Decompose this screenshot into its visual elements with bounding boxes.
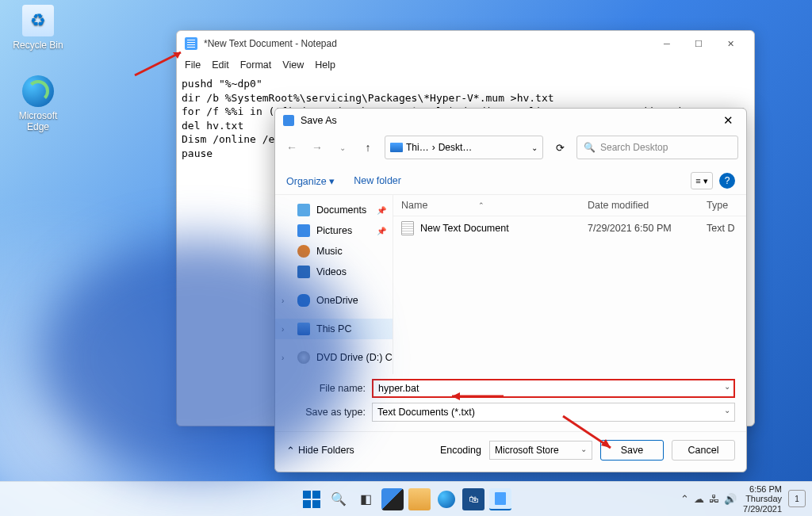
address-breadcrumb[interactable]: Thi… › Deskt… ⌄ (385, 136, 543, 159)
encoding-label: Encoding (440, 445, 481, 456)
file-list: Name⌃ Date modified Type New Text Docume… (393, 195, 746, 374)
file-explorer-button[interactable] (408, 488, 431, 510)
network-icon[interactable]: 🖧 (709, 493, 719, 505)
file-row[interactable]: New Text Document 7/29/2021 6:50 PM Text… (393, 216, 746, 240)
sidebar-item-onedrive[interactable]: ›OneDrive (275, 290, 393, 311)
saveas-close-button[interactable]: ✕ (718, 112, 738, 129)
sidebar-item-pictures[interactable]: Pictures📌 (275, 220, 393, 241)
clock-day: Thursday (743, 494, 782, 504)
taskbar: 🔍 ◧ 🛍 ⌃ ☁ 🖧 🔊 6:56 PM Thursday 7/29/2021… (0, 481, 812, 516)
view-options-button[interactable]: ≡ ▾ (691, 172, 713, 189)
onedrive-tray-icon[interactable]: ☁ (694, 493, 704, 505)
menu-edit[interactable]: Edit (212, 59, 229, 71)
nav-forward-button[interactable]: → (308, 141, 326, 154)
saveas-icon (283, 115, 294, 126)
saveas-title: Save As (301, 115, 337, 126)
dvd-icon (297, 351, 310, 364)
clock-time: 6:56 PM (743, 484, 782, 495)
filename-input[interactable] (372, 379, 735, 398)
chevron-right-icon[interactable]: › (282, 354, 284, 362)
file-name: New Text Document (420, 223, 509, 234)
minimize-button[interactable]: ─ (651, 32, 683, 55)
desktop-icon-recycle-bin[interactable]: Recycle Bin (8, 5, 68, 51)
organize-button[interactable]: Organize ▾ (286, 175, 335, 187)
maximize-button[interactable]: ☐ (683, 32, 714, 55)
notifications-button[interactable]: 1 (788, 490, 806, 507)
chevron-right-icon[interactable]: › (282, 325, 284, 334)
sidebar-item-documents[interactable]: Documents📌 (275, 200, 393, 220)
sidebar-item-thispc[interactable]: ›This PC (275, 319, 393, 339)
saveastype-label: Save as type: (286, 407, 372, 418)
nav-recent-button[interactable]: ⌄ (334, 143, 351, 152)
refresh-button[interactable]: ⟳ (551, 142, 569, 154)
menu-format[interactable]: Format (240, 59, 272, 71)
breadcrumb-seg1[interactable]: Thi… (406, 142, 429, 153)
edge-label: Microsoft Edge (8, 110, 68, 132)
taskbar-right: ⌃ ☁ 🖧 🔊 6:56 PM Thursday 7/29/2021 1 (680, 484, 806, 514)
file-date: 7/29/2021 6:50 PM (588, 223, 707, 234)
column-date[interactable]: Date modified (588, 200, 707, 211)
onedrive-icon (297, 294, 310, 307)
saveas-titlebar[interactable]: Save As ✕ (275, 109, 746, 132)
widgets-button[interactable] (381, 488, 404, 510)
system-tray[interactable]: ⌃ ☁ 🖧 🔊 (680, 493, 737, 505)
task-view-button[interactable]: ◧ (354, 488, 377, 510)
chevron-down-icon[interactable]: ⌄ (531, 143, 538, 152)
videos-icon (297, 266, 310, 278)
notepad-titlebar[interactable]: *New Text Document - Notepad ─ ☐ ✕ (177, 31, 754, 56)
pictures-icon (297, 224, 310, 237)
notepad-taskbar-button[interactable] (489, 488, 511, 510)
breadcrumb-seg2[interactable]: Deskt… (439, 142, 473, 153)
menu-file[interactable]: File (185, 59, 201, 71)
search-placeholder: Search Desktop (600, 142, 668, 153)
new-folder-button[interactable]: New folder (354, 175, 401, 186)
chevron-right-icon: › (432, 142, 435, 153)
notepad-menubar: File Edit Format View Help (177, 56, 754, 74)
nav-back-button[interactable]: ← (283, 141, 301, 154)
edge-icon (22, 75, 54, 107)
help-button[interactable]: ? (719, 173, 735, 189)
taskbar-clock[interactable]: 6:56 PM Thursday 7/29/2021 (743, 484, 782, 514)
sidebar-item-dvd[interactable]: ›DVD Drive (D:) CC (275, 347, 393, 368)
filename-label: File name: (286, 383, 372, 394)
taskbar-center: 🔍 ◧ 🛍 (301, 488, 511, 510)
chevron-right-icon[interactable]: › (282, 296, 284, 305)
hide-folders-button[interactable]: ⌃Hide Folders (286, 445, 354, 457)
volume-icon[interactable]: 🔊 (724, 493, 737, 505)
store-button[interactable]: 🛍 (462, 488, 485, 510)
encoding-select[interactable]: Microsoft Store⌄ (489, 441, 592, 460)
chevron-down-icon: ⌄ (580, 445, 587, 453)
search-input[interactable]: 🔍 Search Desktop (576, 136, 738, 159)
clock-date: 7/29/2021 (743, 504, 782, 514)
sidebar-item-videos[interactable]: Videos (275, 262, 393, 282)
menu-view[interactable]: View (282, 59, 304, 71)
recycle-bin-label: Recycle Bin (8, 40, 68, 51)
column-name[interactable]: Name⌃ (401, 200, 588, 211)
chevron-up-icon[interactable]: ⌃ (680, 493, 689, 505)
saveas-fields: File name: ⌄ Save as type: ⌄ (275, 374, 746, 431)
sidebar-item-music[interactable]: Music (275, 241, 393, 262)
cancel-button[interactable]: Cancel (672, 440, 735, 461)
menu-help[interactable]: Help (315, 59, 335, 71)
documents-icon (297, 204, 310, 216)
music-icon (297, 245, 310, 258)
save-button[interactable]: Save (600, 440, 664, 461)
nav-up-button[interactable]: ↑ (359, 141, 377, 154)
column-type[interactable]: Type (707, 200, 738, 211)
desktop-icon-edge[interactable]: Microsoft Edge (8, 75, 68, 132)
pin-icon: 📌 (377, 227, 386, 235)
file-list-header: Name⌃ Date modified Type (393, 195, 746, 216)
taskbar-search-button[interactable]: 🔍 (327, 488, 350, 510)
saveas-navbar: ← → ⌄ ↑ Thi… › Deskt… ⌄ ⟳ 🔍 Search Deskt… (275, 132, 746, 167)
notepad-icon (185, 37, 197, 50)
saveastype-select[interactable] (372, 403, 735, 422)
edge-taskbar-button[interactable] (435, 488, 458, 510)
pin-icon: 📌 (377, 206, 386, 215)
textfile-icon (401, 221, 414, 235)
close-button[interactable]: ✕ (714, 32, 746, 55)
start-button[interactable] (301, 488, 323, 510)
search-icon: 🔍 (584, 142, 596, 153)
chevron-up-icon: ⌃ (286, 445, 295, 457)
thispc-icon (297, 323, 310, 335)
save-as-dialog: Save As ✕ ← → ⌄ ↑ Thi… › Deskt… ⌄ ⟳ 🔍 Se… (274, 108, 747, 472)
